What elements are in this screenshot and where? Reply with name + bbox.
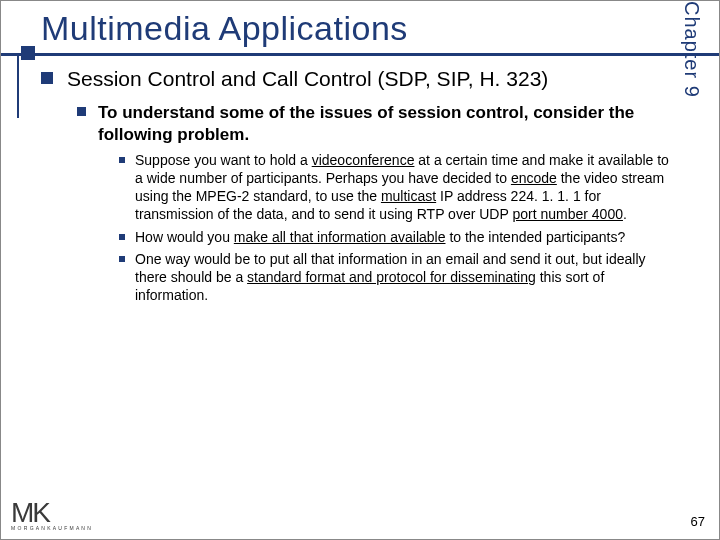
title-underline — [1, 53, 719, 56]
list-item-lvl3: One way would be to put all that informa… — [119, 250, 677, 305]
logo-mark: M K — [11, 499, 91, 527]
list-item-lvl1: Session Control and Call Control (SDP, S… — [41, 66, 691, 92]
title-vertical-rule — [17, 56, 19, 118]
square-bullet-icon — [41, 72, 53, 84]
logo-subtext: M O R G A N K A U F M A N N — [11, 525, 91, 531]
publisher-logo: M K M O R G A N K A U F M A N N — [11, 499, 91, 531]
body-content: Session Control and Call Control (SDP, S… — [1, 48, 719, 304]
list-item-lvl3: Suppose you want to hold a videoconferen… — [119, 151, 677, 224]
slide: Chapter 9 Multimedia Applications Sessio… — [0, 0, 720, 540]
square-bullet-icon — [119, 256, 125, 262]
square-bullet-icon — [77, 107, 86, 116]
square-bullet-icon — [119, 157, 125, 163]
title-area: Multimedia Applications — [1, 1, 719, 48]
square-bullet-icon — [119, 234, 125, 240]
lvl3-text: How would you make all that information … — [135, 228, 625, 246]
page-number: 67 — [691, 514, 705, 529]
slide-title: Multimedia Applications — [41, 9, 719, 48]
list-item-lvl3: How would you make all that information … — [119, 228, 677, 246]
list-item-lvl2: To understand some of the issues of sess… — [77, 102, 691, 145]
lvl1-text: Session Control and Call Control (SDP, S… — [67, 66, 548, 92]
title-marker — [21, 46, 35, 60]
lvl2-text: To understand some of the issues of sess… — [98, 102, 691, 145]
logo-m-icon: M — [11, 499, 34, 527]
lvl3-text: Suppose you want to hold a videoconferen… — [135, 151, 677, 224]
logo-k-icon: K — [32, 499, 51, 527]
lvl3-text: One way would be to put all that informa… — [135, 250, 677, 305]
